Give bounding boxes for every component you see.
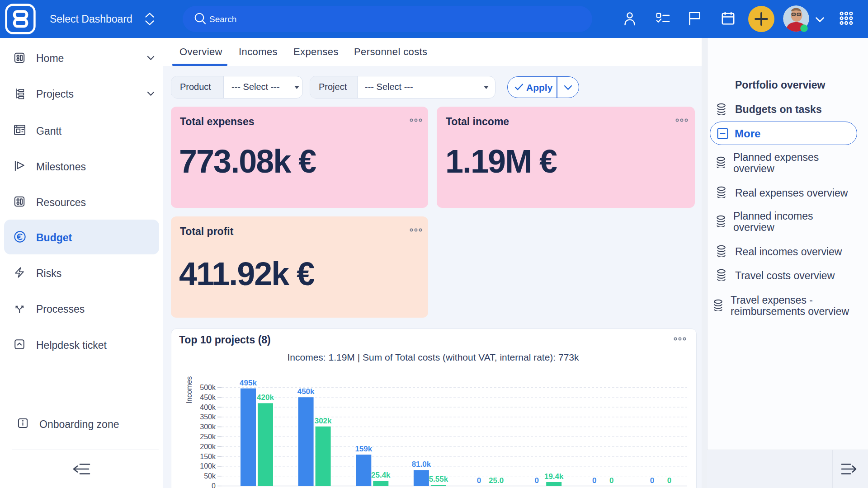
- svg-text:0: 0: [650, 476, 654, 485]
- svg-text:25.4k: 25.4k: [371, 471, 391, 479]
- svg-text:400k: 400k: [200, 404, 216, 411]
- svg-text:150k: 150k: [200, 453, 216, 460]
- svg-text:302k: 302k: [315, 417, 332, 425]
- svg-text:0: 0: [667, 476, 671, 485]
- svg-text:495k: 495k: [240, 379, 257, 387]
- svg-text:Incomes: Incomes: [185, 376, 193, 404]
- svg-text:350k: 350k: [200, 413, 216, 421]
- svg-text:300k: 300k: [200, 423, 216, 431]
- svg-text:159k: 159k: [355, 445, 372, 453]
- svg-text:5.55k: 5.55k: [429, 475, 448, 483]
- svg-text:0: 0: [534, 476, 538, 485]
- svg-text:420k: 420k: [257, 393, 274, 402]
- svg-text:100k: 100k: [200, 462, 216, 470]
- svg-text:25.0: 25.0: [489, 476, 504, 485]
- svg-text:450k: 450k: [297, 387, 315, 396]
- svg-text:450k: 450k: [200, 394, 216, 401]
- svg-text:0: 0: [592, 476, 596, 485]
- svg-text:0: 0: [212, 482, 216, 488]
- svg-text:200k: 200k: [200, 443, 216, 450]
- svg-text:50k: 50k: [204, 472, 216, 480]
- svg-text:0: 0: [477, 476, 481, 485]
- svg-text:250k: 250k: [200, 433, 216, 441]
- svg-text:81.0k: 81.0k: [412, 460, 431, 469]
- svg-text:19.4k: 19.4k: [544, 472, 564, 481]
- svg-text:0: 0: [609, 476, 613, 485]
- svg-text:Incomes: 1.19M | Sum of Total: Incomes: 1.19M | Sum of Total costs (wit…: [287, 352, 579, 362]
- svg-text:500k: 500k: [200, 384, 216, 391]
